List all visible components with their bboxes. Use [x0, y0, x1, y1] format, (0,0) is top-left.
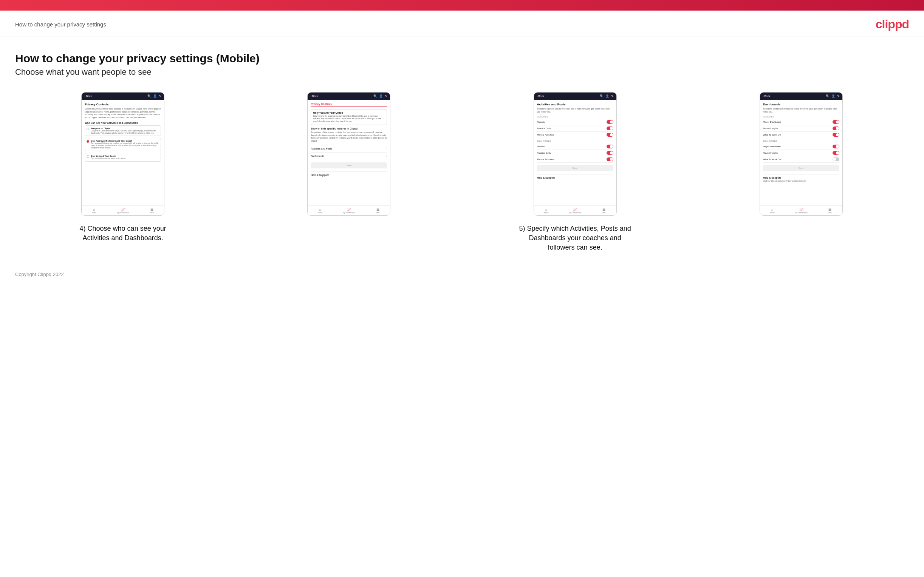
nav-performance-4[interactable]: 📈 My Performance: [795, 208, 808, 214]
phone-2: ‹ Back 🔍 👤 ✎ Privacy Controls Only You a…: [307, 92, 390, 216]
performance-icon-4: 📈: [799, 208, 803, 211]
page-subtitle: Choose what you want people to see: [15, 67, 909, 77]
menu-icon-3[interactable]: ✎: [611, 94, 614, 98]
toggle-player-dashboard-coaches-btn[interactable]: [832, 120, 839, 124]
sub-heading-1: Who Can See Your Activities and Dashboar…: [85, 122, 161, 124]
screenshot-group-2: ‹ Back 🔍 👤 ✎ Privacy Controls Only You a…: [241, 92, 457, 216]
nav-home-2[interactable]: ⌂ Home: [318, 208, 322, 214]
user-icon-2[interactable]: 👤: [379, 94, 383, 98]
show-hide-title-2: Show or hide specific features in Clippd: [311, 127, 387, 130]
user-icon-4[interactable]: 👤: [832, 94, 835, 98]
toggle-rounds-followers-btn[interactable]: [607, 145, 613, 148]
menu-activities-posts[interactable]: Activities and Posts ›: [311, 145, 387, 153]
back-button-4[interactable]: ‹ Back: [762, 95, 770, 97]
toggle-practice-coaches-btn[interactable]: [607, 126, 613, 130]
help-support-4: Help & Support: [763, 174, 839, 179]
toggle-what-to-work-followers: What To Work On: [763, 156, 839, 163]
section-desc-4: Select the dashboards that you'd like to…: [763, 108, 839, 113]
radio-circle-2: [87, 140, 89, 143]
help-support-2: Help & Support: [311, 171, 387, 176]
radio-content-3: Only You and Your Coach Only you and the…: [91, 155, 126, 160]
toggle-practice-followers-btn[interactable]: [607, 151, 613, 155]
search-icon-3[interactable]: 🔍: [600, 94, 604, 98]
toggle-what-to-work-coaches: What To Work On: [763, 132, 839, 138]
header: How to change your privacy settings clip…: [0, 11, 924, 37]
menu-dashboards[interactable]: Dashboards ›: [311, 153, 387, 160]
toggle-round-insights-coaches-btn[interactable]: [832, 126, 839, 130]
toggle-round-insights-followers-btn[interactable]: [832, 151, 839, 155]
chevron-dashboards: ›: [386, 155, 388, 158]
phone-content-4: Dashboards Select the dashboards that yo…: [760, 100, 842, 205]
nav-performance-3[interactable]: 📈 My Performance: [569, 208, 581, 214]
save-button-4[interactable]: Save: [763, 165, 839, 171]
phone-bottom-nav-4: ⌂ Home 📈 My Performance ☰ Menu: [760, 205, 842, 215]
callout-title-2: Only You and Your Coach: [313, 111, 385, 114]
nav-menu-1[interactable]: ☰ Menu: [150, 208, 154, 214]
phone-content-1: Privacy Controls Control how you and you…: [82, 100, 164, 205]
toggle-rounds-followers: Rounds: [537, 143, 613, 150]
section-title-4: Dashboards: [763, 103, 839, 106]
radio-content-2: Only Approved Followers and Your Coach O…: [91, 140, 159, 149]
back-button-3[interactable]: ‹ Back: [536, 95, 544, 97]
nav-menu-2[interactable]: ☰ Menu: [376, 208, 380, 214]
performance-icon-1: 📈: [121, 208, 125, 211]
nav-performance-2[interactable]: 📈 My Performance: [343, 208, 355, 214]
toggle-player-dashboard-followers: Player Dashboard: [763, 143, 839, 150]
user-icon-1[interactable]: 👤: [153, 94, 157, 98]
performance-icon-3: 📈: [573, 208, 577, 211]
menu-icon-1[interactable]: ✎: [159, 94, 162, 98]
help-support-3: Help & Support: [537, 174, 613, 179]
followers-label-4: FOLLOWERS: [763, 140, 839, 142]
toggle-practice-followers: Practice Drills: [537, 150, 613, 156]
home-icon-4: ⌂: [771, 208, 773, 211]
radio-everyone[interactable]: Everyone on Clippd Everyone on Clippd ca…: [85, 126, 161, 136]
toggle-what-to-work-coaches-btn[interactable]: [832, 133, 839, 137]
toggle-rounds-coaches-btn[interactable]: [607, 120, 613, 124]
nav-menu-4[interactable]: ☰ Menu: [828, 208, 832, 214]
screenshot-group-1: ‹ Back 🔍 👤 ✎ Privacy Controls Control ho…: [15, 92, 231, 243]
toggle-manual-coaches: Manual Activities: [537, 132, 613, 138]
toggle-player-dashboard-followers-btn[interactable]: [832, 145, 839, 148]
radio-only-you[interactable]: Only You and Your Coach Only you and the…: [85, 153, 161, 162]
radio-approved[interactable]: Only Approved Followers and Your Coach O…: [85, 138, 161, 151]
back-button-2[interactable]: ‹ Back: [310, 95, 318, 97]
toggle-manual-followers-btn[interactable]: [607, 158, 613, 161]
search-icon-1[interactable]: 🔍: [147, 94, 151, 98]
privacy-desc-1: Control how you and your data appears to…: [85, 108, 161, 119]
phone-bottom-nav-3: ⌂ Home 📈 My Performance ☰ Menu: [534, 205, 616, 215]
nav-home-1[interactable]: ⌂ Home: [92, 208, 96, 214]
phone-1: ‹ Back 🔍 👤 ✎ Privacy Controls Control ho…: [81, 92, 165, 216]
privacy-tab-2[interactable]: Privacy Controls: [311, 103, 332, 106]
home-icon-3: ⌂: [545, 208, 547, 211]
toggle-manual-followers: Manual Activities: [537, 156, 613, 163]
menu-icon-bottom-2: ☰: [376, 208, 380, 211]
user-icon-3[interactable]: 👤: [606, 94, 609, 98]
coaches-label-4: COACHES: [763, 116, 839, 118]
phone-4: ‹ Back 🔍 👤 ✎ Dashboards Select the dashb…: [759, 92, 843, 216]
phone-nav-icons-2: 🔍 👤 ✎: [373, 94, 388, 98]
section-title-3: Activities and Posts: [537, 103, 613, 106]
nav-home-3[interactable]: ⌂ Home: [544, 208, 549, 214]
nav-home-4[interactable]: ⌂ Home: [770, 208, 775, 214]
nav-performance-1[interactable]: 📈 My Performance: [117, 208, 129, 214]
toggle-what-to-work-followers-btn[interactable]: [832, 158, 839, 161]
toggle-round-insights-followers: Round Insights: [763, 150, 839, 156]
callout-text-2: Only you and the coaches you connect wit…: [313, 115, 385, 123]
menu-icon-bottom-4: ☰: [829, 208, 832, 211]
search-icon-2[interactable]: 🔍: [373, 94, 377, 98]
toggle-manual-coaches-btn[interactable]: [607, 133, 613, 137]
phone-nav-3: ‹ Back 🔍 👤 ✎: [534, 92, 616, 100]
toggle-round-insights-coaches: Round Insights: [763, 126, 839, 132]
save-button-2[interactable]: Save: [311, 162, 387, 168]
privacy-tab-bar-2: Privacy Controls: [311, 103, 387, 107]
screenshot-group-3: ‹ Back 🔍 👤 ✎ Activities and Posts Select…: [467, 92, 683, 253]
save-button-3[interactable]: Save: [537, 165, 613, 171]
search-icon-4[interactable]: 🔍: [826, 94, 830, 98]
back-button-1[interactable]: ‹ Back: [84, 95, 92, 97]
chevron-activities: ›: [386, 147, 388, 150]
phone-content-2: Privacy Controls Only You and Your Coach…: [308, 100, 390, 205]
menu-icon-4[interactable]: ✎: [837, 94, 840, 98]
toggle-player-dashboard-coaches: Player Dashboard: [763, 119, 839, 126]
nav-menu-3[interactable]: ☰ Menu: [602, 208, 606, 214]
menu-icon-2[interactable]: ✎: [385, 94, 388, 98]
